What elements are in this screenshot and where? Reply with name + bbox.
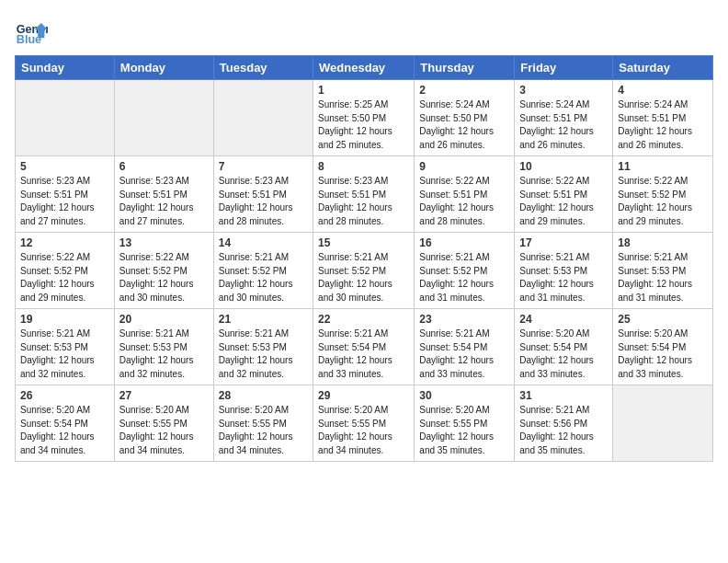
calendar-week-row: 1Sunrise: 5:25 AM Sunset: 5:50 PM Daylig… bbox=[16, 80, 713, 156]
day-info: Sunrise: 5:23 AM Sunset: 5:51 PM Dayligh… bbox=[20, 175, 109, 228]
calendar-cell: 26Sunrise: 5:20 AM Sunset: 5:54 PM Dayli… bbox=[16, 385, 115, 462]
calendar-cell: 1Sunrise: 5:25 AM Sunset: 5:50 PM Daylig… bbox=[313, 80, 415, 156]
calendar-cell: 27Sunrise: 5:20 AM Sunset: 5:55 PM Dayli… bbox=[114, 385, 213, 462]
day-info: Sunrise: 5:20 AM Sunset: 5:55 PM Dayligh… bbox=[419, 404, 509, 457]
logo-icon: General Blue bbox=[15, 15, 48, 48]
weekday-header-monday: Monday bbox=[114, 56, 213, 80]
calendar-cell bbox=[213, 80, 313, 156]
calendar-cell: 10Sunrise: 5:22 AM Sunset: 5:51 PM Dayli… bbox=[515, 156, 613, 233]
day-info: Sunrise: 5:23 AM Sunset: 5:51 PM Dayligh… bbox=[318, 175, 409, 228]
calendar-cell: 9Sunrise: 5:22 AM Sunset: 5:51 PM Daylig… bbox=[415, 156, 515, 233]
day-info: Sunrise: 5:22 AM Sunset: 5:52 PM Dayligh… bbox=[618, 175, 708, 228]
day-number: 15 bbox=[318, 236, 409, 249]
day-info: Sunrise: 5:23 AM Sunset: 5:51 PM Dayligh… bbox=[219, 175, 308, 228]
weekday-header-wednesday: Wednesday bbox=[313, 56, 415, 80]
day-info: Sunrise: 5:21 AM Sunset: 5:54 PM Dayligh… bbox=[419, 327, 509, 381]
weekday-header-sunday: Sunday bbox=[16, 56, 115, 80]
day-info: Sunrise: 5:20 AM Sunset: 5:54 PM Dayligh… bbox=[519, 327, 608, 381]
weekday-header-tuesday: Tuesday bbox=[213, 56, 313, 80]
day-info: Sunrise: 5:20 AM Sunset: 5:55 PM Dayligh… bbox=[318, 404, 409, 457]
calendar-week-row: 12Sunrise: 5:22 AM Sunset: 5:52 PM Dayli… bbox=[16, 233, 713, 309]
day-info: Sunrise: 5:25 AM Sunset: 5:50 PM Dayligh… bbox=[318, 98, 409, 152]
day-number: 20 bbox=[119, 313, 209, 326]
day-info: Sunrise: 5:21 AM Sunset: 5:53 PM Dayligh… bbox=[219, 327, 308, 381]
day-number: 23 bbox=[419, 313, 509, 326]
day-info: Sunrise: 5:21 AM Sunset: 5:53 PM Dayligh… bbox=[119, 327, 209, 381]
calendar-cell: 30Sunrise: 5:20 AM Sunset: 5:55 PM Dayli… bbox=[415, 385, 515, 462]
day-info: Sunrise: 5:21 AM Sunset: 5:53 PM Dayligh… bbox=[519, 251, 608, 304]
calendar-cell: 19Sunrise: 5:21 AM Sunset: 5:53 PM Dayli… bbox=[16, 309, 115, 385]
calendar-cell: 6Sunrise: 5:23 AM Sunset: 5:51 PM Daylig… bbox=[114, 156, 213, 233]
day-number: 13 bbox=[119, 236, 209, 249]
day-number: 7 bbox=[219, 160, 308, 173]
calendar-header-row: SundayMondayTuesdayWednesdayThursdayFrid… bbox=[16, 56, 713, 80]
day-number: 14 bbox=[219, 236, 308, 249]
calendar-cell: 28Sunrise: 5:20 AM Sunset: 5:55 PM Dayli… bbox=[213, 385, 313, 462]
day-number: 3 bbox=[519, 84, 608, 97]
day-info: Sunrise: 5:21 AM Sunset: 5:53 PM Dayligh… bbox=[20, 327, 109, 381]
day-number: 6 bbox=[119, 160, 209, 173]
day-number: 9 bbox=[419, 160, 509, 173]
day-info: Sunrise: 5:21 AM Sunset: 5:52 PM Dayligh… bbox=[219, 251, 308, 304]
day-number: 17 bbox=[519, 236, 608, 249]
calendar-cell: 21Sunrise: 5:21 AM Sunset: 5:53 PM Dayli… bbox=[213, 309, 313, 385]
day-info: Sunrise: 5:24 AM Sunset: 5:50 PM Dayligh… bbox=[419, 98, 509, 152]
page-header: General Blue bbox=[15, 15, 713, 48]
day-number: 2 bbox=[419, 84, 509, 97]
day-number: 12 bbox=[20, 236, 109, 249]
day-number: 30 bbox=[419, 389, 509, 402]
calendar-cell: 25Sunrise: 5:20 AM Sunset: 5:54 PM Dayli… bbox=[613, 309, 713, 385]
day-info: Sunrise: 5:21 AM Sunset: 5:53 PM Dayligh… bbox=[618, 251, 708, 304]
calendar-cell: 16Sunrise: 5:21 AM Sunset: 5:52 PM Dayli… bbox=[415, 233, 515, 309]
calendar-cell bbox=[613, 385, 713, 462]
day-info: Sunrise: 5:24 AM Sunset: 5:51 PM Dayligh… bbox=[519, 98, 608, 152]
calendar-cell: 17Sunrise: 5:21 AM Sunset: 5:53 PM Dayli… bbox=[515, 233, 613, 309]
calendar-table: SundayMondayTuesdayWednesdayThursdayFrid… bbox=[15, 55, 713, 462]
calendar-cell: 31Sunrise: 5:21 AM Sunset: 5:56 PM Dayli… bbox=[515, 385, 613, 462]
day-info: Sunrise: 5:24 AM Sunset: 5:51 PM Dayligh… bbox=[618, 98, 708, 152]
calendar-cell: 2Sunrise: 5:24 AM Sunset: 5:50 PM Daylig… bbox=[415, 80, 515, 156]
calendar-cell: 15Sunrise: 5:21 AM Sunset: 5:52 PM Dayli… bbox=[313, 233, 415, 309]
day-info: Sunrise: 5:22 AM Sunset: 5:52 PM Dayligh… bbox=[119, 251, 209, 304]
day-number: 1 bbox=[318, 84, 409, 97]
calendar-cell bbox=[114, 80, 213, 156]
day-info: Sunrise: 5:20 AM Sunset: 5:54 PM Dayligh… bbox=[618, 327, 708, 381]
day-info: Sunrise: 5:21 AM Sunset: 5:52 PM Dayligh… bbox=[419, 251, 509, 304]
calendar-cell bbox=[16, 80, 115, 156]
calendar-cell: 4Sunrise: 5:24 AM Sunset: 5:51 PM Daylig… bbox=[613, 80, 713, 156]
weekday-header-thursday: Thursday bbox=[415, 56, 515, 80]
day-number: 25 bbox=[618, 313, 708, 326]
logo: General Blue bbox=[15, 15, 48, 48]
day-number: 5 bbox=[20, 160, 109, 173]
calendar-cell: 5Sunrise: 5:23 AM Sunset: 5:51 PM Daylig… bbox=[16, 156, 115, 233]
calendar-cell: 11Sunrise: 5:22 AM Sunset: 5:52 PM Dayli… bbox=[613, 156, 713, 233]
day-number: 26 bbox=[20, 389, 109, 402]
calendar-cell: 7Sunrise: 5:23 AM Sunset: 5:51 PM Daylig… bbox=[213, 156, 313, 233]
day-number: 22 bbox=[318, 313, 409, 326]
weekday-header-friday: Friday bbox=[515, 56, 613, 80]
day-info: Sunrise: 5:21 AM Sunset: 5:54 PM Dayligh… bbox=[318, 327, 409, 381]
day-number: 29 bbox=[318, 389, 409, 402]
calendar-cell: 13Sunrise: 5:22 AM Sunset: 5:52 PM Dayli… bbox=[114, 233, 213, 309]
day-info: Sunrise: 5:21 AM Sunset: 5:56 PM Dayligh… bbox=[519, 404, 608, 457]
day-number: 11 bbox=[618, 160, 708, 173]
day-number: 8 bbox=[318, 160, 409, 173]
weekday-header-saturday: Saturday bbox=[613, 56, 713, 80]
day-number: 4 bbox=[618, 84, 708, 97]
day-number: 21 bbox=[219, 313, 308, 326]
day-info: Sunrise: 5:23 AM Sunset: 5:51 PM Dayligh… bbox=[119, 175, 209, 228]
calendar-cell: 12Sunrise: 5:22 AM Sunset: 5:52 PM Dayli… bbox=[16, 233, 115, 309]
calendar-cell: 20Sunrise: 5:21 AM Sunset: 5:53 PM Dayli… bbox=[114, 309, 213, 385]
calendar-cell: 23Sunrise: 5:21 AM Sunset: 5:54 PM Dayli… bbox=[415, 309, 515, 385]
svg-text:Blue: Blue bbox=[17, 33, 41, 46]
day-number: 27 bbox=[119, 389, 209, 402]
calendar-cell: 14Sunrise: 5:21 AM Sunset: 5:52 PM Dayli… bbox=[213, 233, 313, 309]
calendar-week-row: 5Sunrise: 5:23 AM Sunset: 5:51 PM Daylig… bbox=[16, 156, 713, 233]
calendar-cell: 8Sunrise: 5:23 AM Sunset: 5:51 PM Daylig… bbox=[313, 156, 415, 233]
calendar-cell: 22Sunrise: 5:21 AM Sunset: 5:54 PM Dayli… bbox=[313, 309, 415, 385]
day-info: Sunrise: 5:20 AM Sunset: 5:55 PM Dayligh… bbox=[219, 404, 308, 457]
day-info: Sunrise: 5:22 AM Sunset: 5:51 PM Dayligh… bbox=[419, 175, 509, 228]
calendar-week-row: 26Sunrise: 5:20 AM Sunset: 5:54 PM Dayli… bbox=[16, 385, 713, 462]
day-number: 31 bbox=[519, 389, 608, 402]
day-info: Sunrise: 5:20 AM Sunset: 5:54 PM Dayligh… bbox=[20, 404, 109, 457]
